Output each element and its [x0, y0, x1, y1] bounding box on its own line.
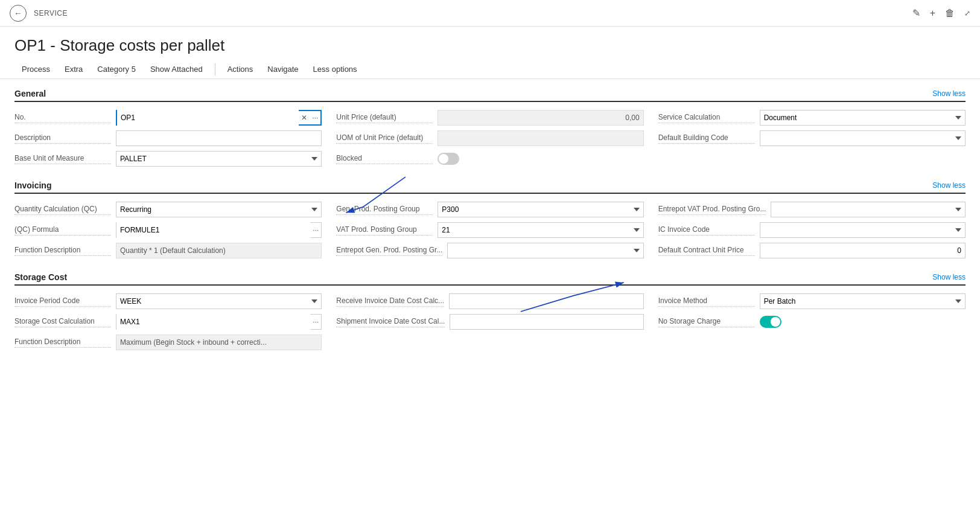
qty-calc-select[interactable]: Recurring: [116, 202, 322, 217]
invoice-period-label: Invoice Period Code: [14, 296, 111, 307]
ic-invoice-select[interactable]: [760, 222, 966, 238]
qty-calc-row: Quantity Calculation (QC) Recurring: [14, 201, 322, 218]
no-label: No.: [14, 113, 111, 123]
menu-extra[interactable]: Extra: [57, 60, 90, 78]
storage-function-desc-label: Function Description: [14, 338, 111, 348]
qc-formula-group: ···: [116, 222, 322, 238]
default-building-select[interactable]: [760, 130, 966, 146]
ic-invoice-label: IC Invoice Code: [658, 225, 755, 235]
gen-prod-posting-label: Gen. Prod. Posting Group: [336, 205, 433, 215]
menu-separator: [215, 63, 215, 75]
back-button[interactable]: ←: [10, 5, 27, 22]
invoice-period-select[interactable]: WEEK: [116, 293, 322, 309]
gen-prod-posting-select[interactable]: P300: [438, 202, 643, 217]
shipment-invoice-label: Shipment Invoice Date Cost Cal...: [336, 317, 445, 327]
general-title: General: [14, 89, 46, 98]
general-section: General Show less No. ✕ ···: [14, 89, 966, 171]
default-contract-row: Default Contract Unit Price: [658, 242, 966, 259]
description-label: Description: [14, 133, 111, 144]
base-uom-select[interactable]: PALLET: [116, 151, 322, 167]
service-calc-select[interactable]: Document: [760, 110, 966, 126]
content: General Show less No. ✕ ···: [0, 79, 980, 374]
invoice-method-label: Invoice Method: [658, 296, 755, 307]
storage-cost-calc-row: Storage Cost Calculation ···: [14, 313, 322, 330]
blocked-toggle-knob: [439, 154, 448, 164]
function-desc-label: Function Description: [14, 246, 111, 256]
invoice-method-select[interactable]: Per Batch: [760, 293, 966, 309]
base-uom-label: Base Unit of Measure: [14, 154, 111, 164]
vat-prod-posting-row: VAT Prod. Posting Group 21: [336, 222, 643, 238]
invoicing-title: Invoicing: [14, 181, 51, 190]
invoice-period-row: Invoice Period Code WEEK: [14, 293, 322, 310]
uom-unit-price-row: UOM of Unit Price (default): [336, 130, 643, 147]
top-bar: ← SERVICE ✎ + 🗑 ⤢: [0, 0, 980, 27]
vat-prod-posting-select[interactable]: 21: [438, 222, 643, 238]
blocked-label: Blocked: [336, 154, 433, 164]
unit-price-field: 0,00: [438, 110, 643, 126]
general-section-header: General Show less: [14, 89, 966, 102]
no-clear-icon[interactable]: ✕: [299, 110, 310, 126]
no-input[interactable]: [117, 110, 299, 126]
expand-icon[interactable]: ⤢: [964, 9, 970, 18]
menu-navigate[interactable]: Navigate: [260, 60, 305, 78]
default-building-label: Default Building Code: [658, 133, 755, 144]
service-calc-row: Service Calculation Document: [658, 109, 966, 126]
storage-cost-title: Storage Cost: [14, 272, 67, 282]
storage-cost-show-less[interactable]: Show less: [932, 273, 966, 281]
default-contract-label: Default Contract Unit Price: [658, 246, 755, 256]
vat-prod-posting-label: VAT Prod. Posting Group: [336, 225, 433, 235]
no-storage-charge-toggle[interactable]: [760, 316, 781, 328]
ic-invoice-row: IC Invoice Code: [658, 222, 966, 238]
menu-less-options[interactable]: Less options: [306, 60, 364, 78]
storage-cost-calc-input[interactable]: [116, 314, 310, 330]
menu-show-attached[interactable]: Show Attached: [143, 60, 210, 78]
invoice-method-row: Invoice Method Per Batch: [658, 293, 966, 310]
storage-cost-calc-label: Storage Cost Calculation: [14, 317, 111, 327]
entrepot-vat-select[interactable]: [771, 202, 966, 217]
shipment-invoice-row: Shipment Invoice Date Cost Cal...: [336, 313, 643, 330]
default-contract-input[interactable]: [760, 243, 966, 258]
delete-icon[interactable]: 🗑: [945, 8, 955, 19]
qty-calc-label: Quantity Calculation (QC): [14, 205, 111, 215]
blocked-toggle[interactable]: [438, 153, 459, 165]
entrepot-gen-select[interactable]: [447, 243, 643, 258]
storage-cost-calc-dots-icon[interactable]: ···: [310, 314, 321, 330]
service-calc-label: Service Calculation: [658, 113, 755, 123]
edit-icon[interactable]: ✎: [912, 7, 920, 19]
description-row: Description Opslagkosten per pallet: [14, 130, 322, 147]
entrepot-gen-row: Entrepot Gen. Prod. Posting Gr...: [336, 242, 643, 259]
no-storage-charge-row: No Storage Charge: [658, 313, 966, 330]
storage-function-desc-field: Maximum (Begin Stock + inbound + correct…: [116, 335, 322, 350]
menu-actions[interactable]: Actions: [220, 60, 261, 78]
function-desc-row: Function Description Quantity * 1 (Defau…: [14, 242, 322, 259]
shipment-invoice-input[interactable]: [450, 314, 643, 330]
qc-formula-dots-icon[interactable]: ···: [310, 222, 321, 238]
menu-category5[interactable]: Category 5: [90, 60, 143, 78]
menu-bar: Process Extra Category 5 Show Attached A…: [0, 60, 980, 79]
qc-formula-row: (QC) Formula ···: [14, 222, 322, 238]
entrepot-vat-label: Entrepot VAT Prod. Posting Gro...: [658, 205, 766, 215]
no-storage-charge-toggle-knob: [771, 317, 780, 327]
receive-invoice-input[interactable]: [449, 293, 644, 309]
invoicing-section: Invoicing Show less Quantity Calculation…: [14, 181, 966, 263]
receive-invoice-label: Receive Invoice Date Cost Calc...: [336, 296, 444, 307]
receive-invoice-row: Receive Invoice Date Cost Calc...: [336, 293, 643, 310]
gen-prod-posting-row: Gen. Prod. Posting Group P300: [336, 201, 643, 218]
invoicing-section-header: Invoicing Show less: [14, 181, 966, 194]
top-icons: ✎ + 🗑 ⤢: [912, 7, 970, 19]
no-storage-charge-label: No Storage Charge: [658, 317, 755, 327]
qc-formula-label: (QC) Formula: [14, 225, 111, 235]
menu-process[interactable]: Process: [14, 60, 57, 78]
default-building-row: Default Building Code: [658, 130, 966, 147]
entrepot-vat-row: Entrepot VAT Prod. Posting Gro...: [658, 201, 966, 218]
blocked-row: Blocked: [336, 150, 643, 167]
description-input[interactable]: Opslagkosten per pallet: [116, 130, 322, 146]
no-dots-icon[interactable]: ···: [310, 110, 320, 126]
storage-cost-section-header: Storage Cost Show less: [14, 272, 966, 286]
qc-formula-input[interactable]: [116, 222, 310, 238]
no-row: No. ✕ ···: [14, 109, 322, 126]
invoicing-show-less[interactable]: Show less: [932, 181, 966, 190]
general-show-less[interactable]: Show less: [932, 89, 966, 98]
no-field-wrap: ✕ ···: [116, 110, 322, 126]
add-icon[interactable]: +: [930, 8, 935, 19]
